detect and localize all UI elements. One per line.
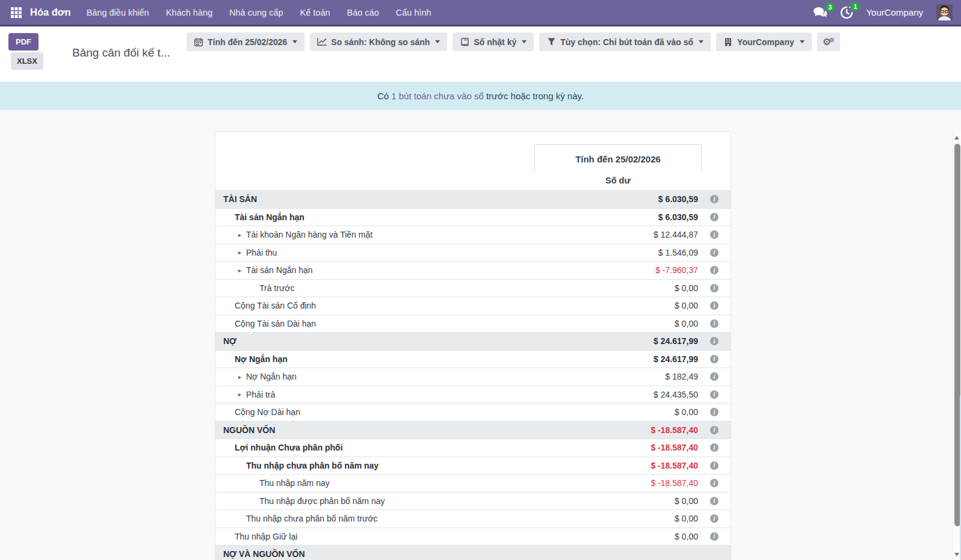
report-row[interactable]: Thu nhập Giữ lại $ 0,00 i [215, 528, 731, 546]
info-icon[interactable]: i [710, 230, 718, 239]
row-value: $ 0,00 [675, 514, 698, 523]
row-label: Thu nhập Giữ lại [235, 532, 297, 541]
report-row[interactable]: Trả trước $ 0,00 i [215, 279, 731, 297]
row-value: $ 0,00 [675, 532, 698, 541]
grid-icon-glyph [10, 7, 22, 19]
report-row[interactable]: Thu nhập được phân bổ năm nay $ 0,00 i [215, 492, 731, 510]
date-filter-button[interactable]: Tính đến 25/02/2026 [187, 32, 304, 51]
filter-funnel-icon [546, 38, 556, 46]
row-label: Phải trả [246, 390, 275, 399]
top-navbar: Hóa đơn Bảng điều khiển Khách hàng Nhà c… [0, 0, 961, 26]
info-icon[interactable]: i [710, 372, 718, 381]
report-row[interactable]: Cộng Tài sản Dài hạn $ 0,00 i [215, 315, 731, 333]
activities-button[interactable]: 1 [841, 7, 853, 19]
scrollbar-down-arrow[interactable] [954, 553, 959, 556]
report-row[interactable]: TÀI SẢN $ 6.030,59 i [215, 190, 731, 208]
row-label: NỢ VÀ NGUỒN VỐN [223, 549, 305, 559]
row-label: Phải thu [246, 248, 277, 257]
report-row[interactable]: Tài sản Ngắn hạn $ 6.030,59 i [215, 208, 731, 226]
info-icon[interactable]: i [710, 514, 718, 523]
report-row[interactable]: Thu nhập chưa phân bổ năm nay $ -18.587,… [215, 457, 731, 475]
menu-reporting[interactable]: Báo cáo [347, 8, 379, 17]
info-icon[interactable]: i [710, 248, 718, 257]
info-icon[interactable]: i [710, 497, 718, 505]
comparison-filter-label: So sánh: Không so sánh [331, 37, 430, 47]
page-title: Bảng cân đối kế t... [72, 46, 170, 60]
report-row[interactable]: Cộng Nợ Dài hạn $ 0,00 i [215, 403, 731, 421]
user-avatar[interactable] [936, 4, 953, 20]
apps-grid-icon[interactable] [8, 5, 24, 20]
report-row[interactable]: NỢ VÀ NGUỒN VỐN i [215, 545, 731, 560]
info-icon[interactable]: i [710, 426, 718, 434]
gears-icon: ⚙⚙ [823, 37, 835, 47]
report-row[interactable]: Cộng Tài sản Cố định $ 0,00 i [215, 297, 731, 315]
row-label: Cộng Tài sản Dài hạn [235, 319, 316, 328]
report-row[interactable]: NỢ $ 24.617,99 i [215, 332, 731, 350]
row-value: $ -7.960,37 [655, 265, 698, 275]
info-icon[interactable]: i [710, 284, 718, 292]
row-label: Thu nhập chưa phân bổ năm trước [246, 514, 378, 523]
report-row[interactable]: ▸ Tài sản Ngắn hạn $ -7.960,37 i [215, 261, 731, 279]
info-icon[interactable]: i [710, 195, 718, 203]
menu-accounting[interactable]: Kế toán [300, 8, 330, 17]
navbar-right: 3 1 YourCompany [814, 4, 953, 20]
menu-vendors[interactable]: Nhà cung cấp [229, 8, 283, 17]
export-xlsx-button[interactable]: XLSX [11, 52, 43, 70]
scrollbar-thumb[interactable] [954, 144, 960, 526]
company-filter-button[interactable]: YourCompany [716, 32, 812, 51]
row-label: Tài sản Ngắn hạn [246, 265, 313, 275]
row-value: $ 12.444,87 [654, 230, 698, 239]
settings-button[interactable]: ⚙⚙ [817, 32, 840, 51]
unposted-entries-link[interactable]: 1 bút toán chưa vào sổ [391, 91, 483, 101]
row-value: $ 0,00 [675, 319, 698, 328]
chevron-down-icon [699, 40, 703, 43]
row-value: $ -18.587,40 [650, 461, 698, 470]
comparison-filter-button[interactable]: So sánh: Không so sánh [310, 32, 447, 51]
info-icon[interactable]: i [710, 408, 718, 416]
report-row[interactable]: ▸ Phải thu $ 1.546,09 i [215, 244, 731, 262]
scrollbar-up-arrow[interactable] [954, 136, 959, 140]
menu-customers[interactable]: Khách hàng [166, 8, 212, 17]
options-filter-button[interactable]: Tùy chọn: Chỉ bút toán đã vào sổ [539, 32, 711, 51]
options-filter-label: Tùy chọn: Chỉ bút toán đã vào sổ [560, 37, 693, 47]
row-label: Cộng Nợ Dài hạn [235, 407, 300, 417]
caret-right-icon: ▸ [238, 391, 246, 398]
info-icon[interactable]: i [710, 337, 718, 345]
report-row[interactable]: Nợ Ngắn hạn $ 24.617,99 i [215, 350, 731, 368]
report-row[interactable]: NGUỒN VỐN $ -18.587,40 i [215, 421, 731, 439]
report-row[interactable]: ▸ Nợ Ngắn hạn $ 182,49 i [215, 368, 731, 386]
book-icon [460, 38, 469, 46]
report-row[interactable]: ▸ Tài khoản Ngân hàng và Tiền mặt $ 12.4… [215, 226, 731, 244]
row-label: Cộng Tài sản Cố định [235, 301, 316, 310]
messages-button[interactable]: 3 [814, 7, 827, 18]
export-buttons: PDF XLSX [8, 33, 43, 70]
info-icon[interactable]: i [710, 319, 718, 328]
info-icon[interactable]: i [710, 532, 718, 541]
menu-dashboard[interactable]: Bảng điều khiển [87, 8, 149, 17]
menu-configuration[interactable]: Cấu hình [396, 8, 431, 17]
info-icon[interactable]: i [710, 390, 718, 399]
report-row[interactable]: ▸ Phải trả $ 24.435,50 i [215, 386, 731, 404]
messages-badge: 3 [825, 2, 835, 12]
row-value: $ -18.587,40 [650, 443, 698, 452]
report-row[interactable]: Thu nhập năm nay $ -18.587,40 i [215, 474, 731, 492]
info-icon[interactable]: i [710, 461, 718, 470]
calendar-icon [194, 38, 203, 46]
user-company-name[interactable]: YourCompany [866, 7, 923, 17]
info-icon[interactable]: i [710, 213, 718, 221]
chevron-down-icon [800, 40, 805, 43]
row-value: $ -18.587,40 [650, 425, 698, 435]
journals-filter-button[interactable]: Sổ nhật ký [453, 32, 534, 51]
info-icon[interactable]: i [710, 443, 718, 452]
building-icon [723, 38, 733, 46]
export-pdf-button[interactable]: PDF [8, 33, 39, 51]
info-icon[interactable]: i [710, 355, 718, 363]
report-row[interactable]: Lợi nhuận Chưa phân phối $ -18.587,40 i [215, 438, 731, 457]
report-row[interactable]: Thu nhập chưa phân bổ năm trước $ 0,00 i [215, 509, 731, 528]
info-icon[interactable]: i [710, 266, 718, 274]
info-icon[interactable]: i [710, 479, 718, 487]
app-brand-invoicing[interactable]: Hóa đơn [30, 7, 71, 18]
chevron-down-icon [435, 40, 440, 43]
info-icon[interactable]: i [710, 301, 718, 310]
unposted-entries-banner: Có 1 bút toán chưa vào sổ trước hoặc tro… [0, 82, 961, 110]
